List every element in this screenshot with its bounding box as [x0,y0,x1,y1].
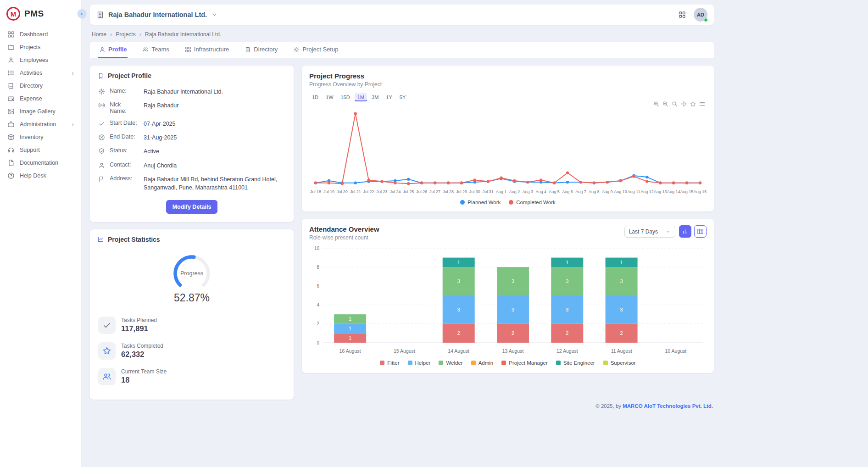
range-3m[interactable]: 3M [369,93,381,101]
legend-item-planned-work[interactable]: Planned Work [460,200,501,205]
avatar[interactable]: AD [694,8,707,22]
stat-label: Current Team Size [121,368,167,375]
field-label: Name: [110,88,139,94]
star-icon [98,342,116,360]
home-icon[interactable] [690,100,696,107]
project-profile-card: Project Profile Name:Raja Bahadur Intern… [90,66,294,222]
svg-text:3: 3 [512,278,514,284]
sidebar-item-support[interactable]: Support [4,144,78,156]
range-1w[interactable]: 1W [323,93,336,101]
svg-text:14 August: 14 August [448,348,469,354]
legend-swatch [501,361,506,365]
svg-text:Jul 28: Jul 28 [443,189,454,194]
sidebar-nav: DashboardProjectsEmployeesActivities›Dir… [0,25,81,185]
svg-text:Jul 26: Jul 26 [416,189,427,194]
svg-text:2: 2 [512,330,514,336]
sidebar-item-inventory[interactable]: Inventory [4,131,78,144]
apps-grid-icon[interactable] [678,11,686,19]
sidebar-item-directory[interactable]: Directory [4,79,78,92]
check-icon [98,120,105,127]
svg-text:13 August: 13 August [502,348,524,354]
sidebar-item-dashboard[interactable]: Dashboard [4,28,78,41]
legend-item-admin[interactable]: Admin [471,360,494,366]
range-5y[interactable]: 5Y [397,93,408,101]
sidebar-collapse-button[interactable]: ‹ [78,9,86,18]
table-view-button[interactable] [694,225,707,238]
help-desk-icon [7,172,15,179]
legend-swatch [380,361,384,365]
tab-profile[interactable]: Profile [98,42,128,58]
breadcrumb-separator-icon: › [139,31,141,38]
legend-item-supervisor[interactable]: Supervisor [603,360,636,366]
legend-item-completed-work[interactable]: Completed Work [509,200,555,205]
svg-text:10 August: 10 August [665,348,687,354]
progress-line-chart[interactable]: Jul 18Jul 19Jul 20Jul 21Jul 22Jul 23Jul … [309,102,707,197]
pan-icon[interactable] [680,100,687,107]
footer-link[interactable]: MARCO AIoT Technologies Pvt. Ltd. [623,403,713,409]
sidebar-item-administration[interactable]: Administration› [4,118,78,131]
field-label: Address: [110,175,139,182]
breadcrumb-item-raja-bahadur-international-ltd: Raja Bahadur International Ltd. [145,31,221,38]
svg-text:Aug 6: Aug 6 [562,189,573,194]
users-icon [98,368,116,385]
tab-directory[interactable]: Directory [244,42,278,58]
sidebar-item-expense[interactable]: Expense [4,92,78,105]
attendance-bar-chart[interactable]: 024681011116 August15 August233114 Augus… [309,244,707,358]
legend-item-helper[interactable]: Helper [408,360,431,366]
breadcrumb-item-projects[interactable]: Projects [116,31,135,38]
project-progress-card: Project Progress Progress Overview by Pr… [302,66,714,211]
range-1y[interactable]: 1Y [383,93,395,101]
activities-icon [7,69,15,77]
tab-label: Profile [108,46,127,53]
menu-icon[interactable] [699,100,706,107]
dashboard-icon [7,31,15,38]
legend-label: Fitter [387,360,399,366]
stat-tasks-completed: Tasks Completed62,332 [97,338,286,364]
stat-value: 18 [121,376,167,384]
breadcrumb-item-home[interactable]: Home [92,31,106,38]
support-icon [7,146,15,154]
chevron-right-icon: › [72,70,74,76]
field-label: Contact: [110,161,139,168]
range-1d[interactable]: 1D [309,93,321,101]
sidebar-item-help-desk[interactable]: Help Desk [4,169,78,182]
svg-text:3: 3 [566,307,568,312]
legend-item-site-engineer[interactable]: Site Engineer [556,360,595,366]
sidebar-item-projects[interactable]: Projects [4,41,78,54]
sidebar-item-label: Help Desk [20,172,46,179]
clipboard-icon [245,46,251,53]
range-1m[interactable]: 1M [355,93,367,101]
attendance-card-title: Attendance Overview [309,225,379,233]
tabs: ProfileTeamsInfrastructureDirectoryProje… [90,42,714,58]
statistics-card-title: Project Statistics [108,236,160,243]
search-icon[interactable] [671,100,678,107]
tab-infrastructure[interactable]: Infrastructure [184,42,230,58]
legend-item-welder[interactable]: Welder [439,360,462,366]
modify-details-button[interactable]: Modify Details [166,200,218,214]
grid-icon [185,46,191,53]
sidebar-item-activities[interactable]: Activities› [4,67,78,79]
app-logo[interactable]: M PMS [0,0,81,25]
zoom-in-icon[interactable] [653,100,660,107]
chart-view-button[interactable] [679,225,691,238]
project-selector[interactable]: Raja Bahadur International Ltd. [96,11,217,19]
legend-item-fitter[interactable]: Fitter [380,360,399,366]
tab-project-setup[interactable]: Project Setup [292,42,339,58]
gear-icon [293,46,300,53]
sidebar-item-documentation[interactable]: Documentation [4,156,78,169]
svg-text:6: 6 [317,284,319,289]
svg-text:Jul 24: Jul 24 [389,189,401,194]
days-filter-select[interactable]: Last 7 Days [624,226,675,238]
field-value: Anuj Chordia [144,161,177,170]
sidebar-item-image-gallery[interactable]: Image Gallery [4,105,78,118]
expense-icon [7,95,15,102]
svg-text:Aug 8: Aug 8 [589,189,600,194]
sidebar-item-label: Dashboard [20,31,48,38]
legend-item-project-manager[interactable]: Project Manager [501,360,547,366]
zoom-out-icon[interactable] [662,100,669,107]
svg-text:15 August: 15 August [394,348,415,354]
tab-teams[interactable]: Teams [141,42,170,58]
sidebar-item-employees[interactable]: Employees [4,54,78,67]
range-15d[interactable]: 15D [338,93,353,101]
sidebar-item-label: Image Gallery [20,108,56,115]
